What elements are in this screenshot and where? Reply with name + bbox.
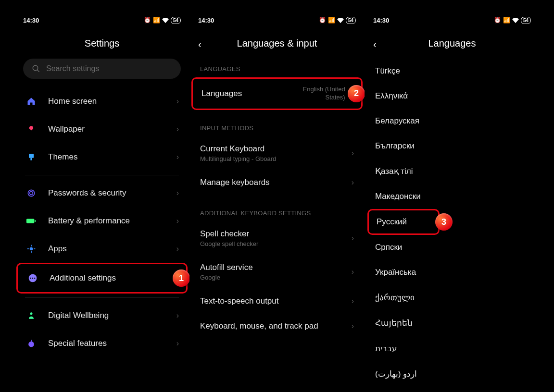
row-label: Battery & performance	[48, 216, 176, 226]
signal-icon: 📶	[328, 17, 335, 24]
screen-languages-list: 14:30 ⏰ 📶 54 ‹ Languages Türkçe Ελληνικά…	[365, 12, 540, 380]
signal-icon: 📶	[153, 17, 160, 24]
row-label: Manage keyboards	[200, 178, 352, 187]
lang-urdu[interactable]: اردو (بھارت)	[365, 361, 540, 380]
highlight-additional-settings: Additional settings › 1	[16, 263, 188, 294]
row-label: Special features	[48, 339, 176, 348]
status-bar: 14:30 ⏰ 📶 54	[14, 12, 189, 26]
home-icon	[25, 95, 38, 108]
chevron-right-icon: ›	[176, 217, 179, 225]
svg-point-14	[30, 278, 32, 279]
row-label: Wallpaper	[48, 124, 176, 134]
row-tts[interactable]: Text-to-speech output ›	[189, 289, 365, 314]
lang-georgian[interactable]: ქართული	[365, 285, 540, 310]
divider	[25, 175, 179, 175]
lang-serbian[interactable]: Српски	[365, 235, 540, 260]
row-wallpaper[interactable]: Wallpaper ›	[14, 115, 189, 143]
fingerprint-icon	[25, 187, 38, 199]
screen-settings: 14:30 ⏰ 📶 54 Settings Search settings	[14, 12, 189, 380]
page-title: Settings	[14, 38, 189, 49]
row-value: English (United States)	[292, 86, 345, 102]
chevron-right-icon: ›	[352, 234, 354, 243]
row-label: Additional settings	[50, 273, 175, 283]
chevron-right-icon: ›	[176, 97, 179, 106]
lang-armenian[interactable]: Հայերեն	[365, 310, 540, 336]
svg-point-0	[33, 65, 38, 71]
gear-icon	[25, 243, 38, 255]
row-home-screen[interactable]: Home screen ›	[14, 87, 189, 115]
back-button[interactable]: ‹	[373, 39, 377, 50]
battery-indicator: 54	[346, 17, 356, 24]
svg-point-16	[34, 278, 36, 279]
row-additional-settings[interactable]: Additional settings ›	[18, 264, 186, 292]
lang-bulgarian[interactable]: Български	[365, 134, 540, 159]
svg-point-5	[30, 192, 33, 195]
special-icon	[25, 337, 38, 350]
lang-ukrainian[interactable]: Українська	[365, 260, 540, 285]
search-input[interactable]: Search settings	[23, 59, 181, 79]
row-sub: Google	[200, 274, 352, 281]
status-time: 14:30	[23, 17, 39, 24]
status-bar: 14:30 ⏰ 📶 54	[365, 12, 540, 26]
lang-russian[interactable]: Русский	[369, 210, 438, 233]
row-autofill-service[interactable]: Autofill service Google ›	[189, 255, 365, 289]
row-keyboard-mouse-trackpad[interactable]: Keyboard, mouse, and track pad ›	[189, 314, 365, 339]
lang-hebrew[interactable]: עברית	[365, 336, 540, 361]
chevron-right-icon: ›	[176, 125, 179, 134]
header: Settings	[14, 26, 189, 59]
lang-greek[interactable]: Ελληνικά	[365, 84, 540, 109]
back-button[interactable]: ‹	[198, 39, 201, 50]
section-input-methods: INPUT METHODS	[189, 110, 365, 136]
header: ‹ Languages	[365, 26, 540, 59]
row-spell-checker[interactable]: Spell checker Google spell checker ›	[189, 221, 365, 255]
status-time: 14:30	[198, 17, 214, 24]
callout-2: 2	[348, 85, 365, 102]
divider	[25, 297, 179, 298]
row-label: Themes	[48, 152, 176, 162]
svg-rect-6	[26, 219, 34, 223]
row-label: Text-to-speech output	[200, 296, 352, 306]
svg-rect-11	[27, 248, 29, 249]
row-apps[interactable]: Apps ›	[14, 235, 189, 263]
row-languages[interactable]: Languages English (United States) ›	[193, 79, 361, 109]
svg-point-4	[28, 190, 34, 196]
row-digital-wellbeing[interactable]: Digital Wellbeing ›	[14, 302, 189, 330]
row-battery-performance[interactable]: Battery & performance ›	[14, 207, 189, 235]
status-icons: ⏰ 📶 54	[144, 17, 181, 24]
svg-point-18	[28, 342, 34, 347]
status-icons: ⏰ 📶 54	[494, 17, 531, 24]
themes-icon	[25, 151, 38, 163]
lang-kazakh[interactable]: Қазақ тілі	[365, 159, 540, 184]
svg-rect-7	[35, 220, 36, 222]
chevron-right-icon: ›	[176, 189, 179, 197]
chevron-right-icon: ›	[352, 178, 354, 187]
highlight-languages: Languages English (United States) › 2	[191, 77, 363, 110]
row-label: Autofill service	[200, 263, 352, 272]
row-current-keyboard[interactable]: Current Keyboard Multilingual typing - G…	[189, 136, 365, 170]
row-special-features[interactable]: Special features ›	[14, 330, 189, 357]
row-themes[interactable]: Themes ›	[14, 143, 189, 171]
row-label: Passwords & security	[48, 188, 176, 198]
row-manage-keyboards[interactable]: Manage keyboards ›	[189, 170, 365, 195]
highlight-russian: Русский 3	[367, 209, 440, 235]
callout-1: 1	[173, 270, 189, 287]
callout-3: 3	[435, 213, 453, 231]
row-label: Spell checker	[200, 229, 352, 239]
row-passwords-security[interactable]: Passwords & security ›	[14, 179, 189, 207]
row-label: Current Keyboard	[200, 144, 352, 154]
battery-indicator: 54	[521, 17, 531, 24]
svg-rect-10	[31, 251, 32, 253]
lang-belarusian[interactable]: Беларуская	[365, 109, 540, 134]
wallpaper-icon	[25, 123, 38, 135]
row-label: Languages	[201, 89, 292, 98]
row-label: Digital Wellbeing	[48, 311, 176, 320]
chevron-right-icon: ›	[176, 245, 179, 253]
svg-rect-2	[29, 154, 34, 158]
svg-line-1	[37, 70, 39, 72]
status-icons: ⏰ 📶 54	[319, 17, 356, 24]
wifi-icon	[162, 18, 169, 23]
battery-icon	[25, 215, 38, 227]
row-sub: Multilingual typing - Gboard	[200, 155, 352, 162]
lang-turkce[interactable]: Türkçe	[365, 59, 540, 84]
lang-macedonian[interactable]: Македонски	[365, 184, 540, 209]
